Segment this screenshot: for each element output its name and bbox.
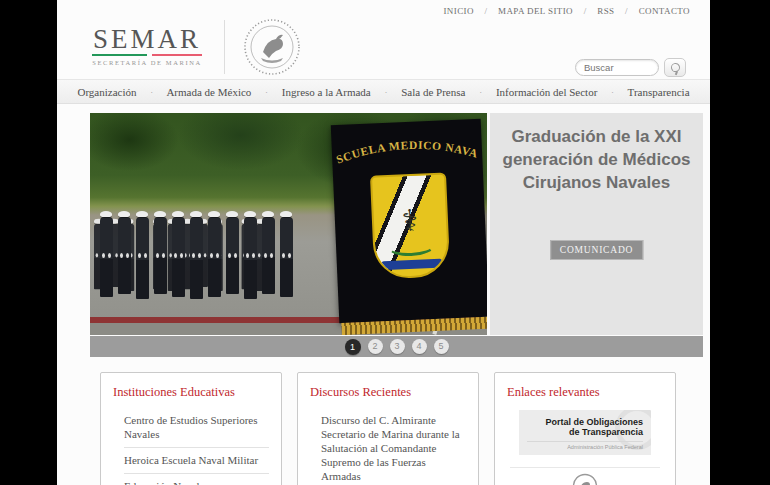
- red-bar: [152, 54, 202, 56]
- banner-line1: Portal de Obligaciones: [527, 417, 643, 427]
- green-bar: [92, 54, 147, 56]
- list-item[interactable]: Heroica Escuela Naval Militar: [124, 448, 269, 474]
- svg-text:ESCUELA MEDICO NAVAL: ESCUELA MEDICO NAVAL: [333, 123, 480, 166]
- discursos-list: Discurso del C. Almirante Secretario de …: [310, 408, 466, 485]
- hero-caption-panel: Graduación de la XXI generación de Médic…: [487, 113, 703, 335]
- search-bar: [575, 58, 686, 77]
- utility-separator: /: [485, 6, 488, 16]
- search-input[interactable]: [575, 59, 659, 76]
- utility-separator: /: [584, 6, 587, 16]
- box-title: Enlaces relevantes: [507, 385, 663, 400]
- hero-carousel: ESCUELA MEDICO NAVAL ⚕ Graduación de la …: [90, 113, 703, 335]
- magnifier-icon: [669, 62, 680, 73]
- presidencia-seal-icon: [572, 473, 598, 485]
- list-item[interactable]: Educación Naval: [124, 474, 269, 485]
- pagination-dot-2[interactable]: 2: [368, 339, 383, 354]
- banner-line2: de Transparencia: [527, 427, 643, 437]
- box-discursos-recientes: Discursos Recientes Discurso del C. Almi…: [297, 372, 479, 485]
- list-item[interactable]: Discurso del C. Almirante Secretario de …: [321, 408, 466, 485]
- bottom-columns: Instituciones Educativas Centro de Estud…: [100, 372, 676, 485]
- nav-separator: ·: [150, 87, 153, 97]
- banner-presidencia[interactable]: Presidencia de la República www.presiden…: [510, 467, 660, 485]
- semar-logo[interactable]: SEMAR SECRETARÍA DE MARINA: [88, 26, 206, 66]
- box-title: Discursos Recientes: [310, 385, 466, 400]
- caduceus-icon: ⚕: [373, 204, 446, 237]
- nav-separator: ·: [384, 87, 387, 97]
- nav-item-armada-de-mexico[interactable]: Armada de México: [166, 86, 251, 98]
- flag-title-arc: ESCUELA MEDICO NAVAL: [333, 123, 481, 171]
- box-title: Instituciones Educativas: [113, 385, 269, 400]
- nav-separator: ·: [479, 87, 482, 97]
- banner-subtitle: Administración Pública Federal: [527, 441, 643, 450]
- pagination-dot-5[interactable]: 5: [434, 339, 449, 354]
- brand-header: SEMAR SECRETARÍA DE MARINA: [88, 18, 301, 76]
- nav-item-ingreso-a-la-armada[interactable]: Ingreso a la Armada: [282, 86, 371, 98]
- educativas-list: Centro de Estudios Superiores Navales He…: [113, 408, 269, 485]
- logo-color-bars: [92, 54, 202, 56]
- utility-separator: /: [625, 6, 628, 16]
- list-item[interactable]: Centro de Estudios Superiores Navales: [124, 408, 269, 448]
- pagination-dot-3[interactable]: 3: [390, 339, 405, 354]
- banner-portal-transparencia[interactable]: Portal de Obligaciones de Transparencia …: [519, 410, 651, 455]
- carousel-pagination: 1 2 3 4 5: [90, 336, 703, 357]
- utility-link-contacto[interactable]: CONTACTO: [639, 6, 690, 16]
- logo-subtitle: SECRETARÍA DE MARINA: [88, 59, 206, 66]
- nav-item-organizacion[interactable]: Organización: [77, 86, 136, 98]
- national-seal-icon: [243, 18, 301, 76]
- utility-link-mapa-del-sitio[interactable]: MAPA DEL SITIO: [498, 6, 573, 16]
- hero-headline: Graduación de la XXI generación de Médic…: [499, 125, 695, 194]
- site-container: INICIO / MAPA DEL SITIO / RSS / CONTACTO…: [57, 0, 710, 485]
- escuela-medico-naval-flag: ESCUELA MEDICO NAVAL ⚕: [331, 119, 487, 323]
- box-instituciones-educativas: Instituciones Educativas Centro de Estud…: [100, 372, 282, 485]
- nav-item-sala-de-prensa[interactable]: Sala de Prensa: [401, 86, 465, 98]
- search-button[interactable]: [664, 58, 686, 77]
- box-enlaces-relevantes: Enlaces relevantes Portal de Obligacione…: [494, 372, 676, 485]
- nav-item-transparencia[interactable]: Transparencia: [628, 86, 690, 98]
- page: INICIO / MAPA DEL SITIO / RSS / CONTACTO…: [0, 0, 770, 485]
- sailors-front-row: [100, 217, 298, 299]
- comunicado-button[interactable]: COMUNICADO: [550, 240, 643, 260]
- logo-wordmark: SEMAR: [88, 26, 206, 52]
- utility-link-rss[interactable]: RSS: [597, 6, 614, 16]
- nav-separator: ·: [611, 87, 614, 97]
- hero-slide-photo[interactable]: ESCUELA MEDICO NAVAL ⚕: [90, 113, 487, 335]
- utility-nav: INICIO / MAPA DEL SITIO / RSS / CONTACTO: [443, 6, 690, 16]
- pagination-dot-4[interactable]: 4: [412, 339, 427, 354]
- nav-item-informacion-del-sector[interactable]: Información del Sector: [496, 86, 597, 98]
- utility-link-inicio[interactable]: INICIO: [443, 6, 473, 16]
- nav-separator: ·: [265, 87, 268, 97]
- brand-divider: [224, 20, 225, 74]
- main-nav: Organización · Armada de México · Ingres…: [57, 79, 710, 104]
- medical-school-shield: ⚕: [370, 172, 450, 279]
- pagination-dot-1[interactable]: 1: [345, 339, 361, 355]
- flag-title: ESCUELA MEDICO NAVAL: [333, 123, 480, 166]
